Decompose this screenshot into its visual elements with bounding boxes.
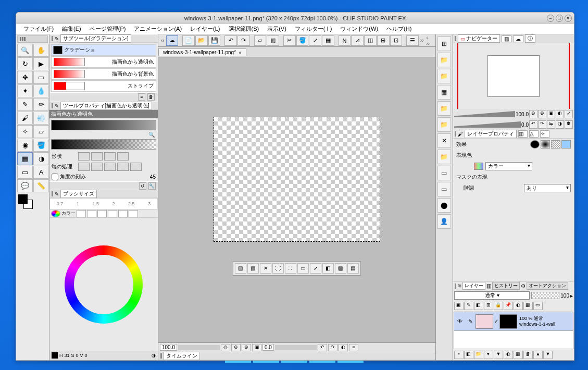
tool-contour[interactable]: ◑ xyxy=(33,152,49,165)
layer-visibility-icon[interactable]: 👁 xyxy=(454,318,466,324)
sb-rotl[interactable]: ↶ xyxy=(318,344,327,351)
lp-tab-c[interactable]: ✧ xyxy=(540,130,549,138)
fb-scale[interactable]: ⤢ xyxy=(310,263,321,274)
nav-flip[interactable]: ⇋ xyxy=(547,120,555,129)
maximize-button[interactable]: □ xyxy=(556,15,563,22)
subtool-trash-icon[interactable]: 🗑 xyxy=(147,93,155,101)
tb-open[interactable]: 📂 xyxy=(195,35,208,46)
lp-tab-b[interactable]: △ xyxy=(529,130,539,138)
toolprop-wrench-icon[interactable]: 🔧 xyxy=(148,182,156,190)
tool-operate[interactable]: ▶ xyxy=(33,57,49,70)
tool-pen[interactable]: ✎ xyxy=(17,98,33,111)
angle-slider[interactable] xyxy=(275,345,317,350)
tool-zoom[interactable]: 🔍 xyxy=(17,44,33,57)
brush-header[interactable]: ✎ ブラシサイズ xyxy=(49,190,158,198)
status-zoom[interactable]: 100.0 xyxy=(160,344,177,351)
menu-edit[interactable]: 編集(E) xyxy=(58,24,85,34)
color-square[interactable] xyxy=(85,266,122,303)
nav-rotr[interactable]: ↷ xyxy=(538,120,546,129)
nav-tab-b[interactable]: ▥ xyxy=(502,35,511,42)
menu-selection[interactable]: 選択範囲(S) xyxy=(224,24,264,34)
fb-tone[interactable]: ▤ xyxy=(347,263,359,274)
autoaction-tab[interactable]: オートアクション xyxy=(527,282,568,290)
edge-1[interactable] xyxy=(91,163,103,171)
toolbox-grip[interactable] xyxy=(17,35,48,43)
fb-crop[interactable]: ▧ xyxy=(247,263,259,274)
nav-a[interactable]: ◐ xyxy=(556,110,564,118)
brush-ruler[interactable]: 0.711.522.53 xyxy=(49,198,158,209)
tb-new[interactable]: 📄 xyxy=(182,35,195,46)
colorwheel-tab[interactable] xyxy=(51,210,60,217)
fb-shrink[interactable]: ⸬ xyxy=(285,263,296,274)
edge-2[interactable] xyxy=(104,163,116,171)
tool-brush[interactable]: 🖌 xyxy=(17,112,33,125)
tool-text[interactable]: A xyxy=(33,166,49,179)
navigator-thumb[interactable] xyxy=(457,43,570,109)
close-button[interactable]: ✕ xyxy=(565,15,572,22)
qa-8[interactable]: ▭ xyxy=(437,166,451,180)
timeline-header[interactable]: タイムライン xyxy=(158,352,435,360)
qa-7[interactable]: 📁 xyxy=(437,150,451,164)
menu-file[interactable]: ファイル(F) xyxy=(19,24,58,34)
qa-10[interactable]: ⬤ xyxy=(437,198,451,213)
tb-fill[interactable]: 🪣 xyxy=(296,35,309,46)
render-combo[interactable]: カラー xyxy=(485,162,532,170)
edge-0[interactable] xyxy=(78,163,90,171)
color-tab-6[interactable] xyxy=(129,210,138,217)
shape-linear[interactable] xyxy=(78,152,90,161)
lf-combine[interactable]: ▼ xyxy=(494,351,503,359)
qa-0[interactable]: ⊞ xyxy=(437,36,451,51)
sb-ex1[interactable]: ◐ xyxy=(339,344,348,351)
subtool-item-1[interactable]: 描画色から背景色 xyxy=(51,68,156,80)
eff-chk[interactable] xyxy=(551,140,560,149)
tool-gradient[interactable]: ▦ xyxy=(17,152,33,165)
tb-cut[interactable]: ✂ xyxy=(283,35,296,46)
lp-tab-a[interactable]: ▥ xyxy=(518,130,528,138)
tb-scroll-right[interactable]: ›› xyxy=(419,38,425,43)
toolprop-header[interactable]: ✎ ツールプロパティ[描画色から透明色] xyxy=(49,102,158,110)
lf-up[interactable]: ▲ xyxy=(533,351,543,359)
tool-pencil[interactable]: ✏ xyxy=(33,98,49,111)
color-swatches[interactable] xyxy=(17,194,48,211)
lf-apply[interactable]: ▦ xyxy=(514,351,523,359)
tb-csp-icon[interactable]: ☁ xyxy=(166,35,179,46)
layer-tab[interactable]: レイヤー xyxy=(462,282,485,290)
tb-save[interactable]: 💾 xyxy=(208,35,221,46)
tb-clear[interactable]: ▱ xyxy=(254,35,267,46)
tool-wand[interactable]: ✦ xyxy=(17,84,33,97)
tb-snap2[interactable]: ◫ xyxy=(364,35,377,46)
zoom-slider[interactable] xyxy=(178,345,220,350)
qa-9[interactable]: ▭ xyxy=(437,182,451,196)
fb-clear[interactable]: ◧ xyxy=(322,263,334,274)
tool-balloon[interactable]: 💬 xyxy=(17,179,33,192)
fb-expand[interactable]: ⛶ xyxy=(272,263,284,274)
nav-rot-slider[interactable] xyxy=(454,121,521,128)
la-8[interactable]: ▭ xyxy=(533,302,543,310)
nav-tab-d[interactable]: ⓘ xyxy=(525,34,535,43)
fb-border[interactable]: ▭ xyxy=(297,263,309,274)
sb-ex2[interactable]: ≡ xyxy=(349,344,358,351)
qa-3[interactable]: ▦ xyxy=(437,85,451,100)
tool-move[interactable]: ✋ xyxy=(33,44,49,57)
tb-scroll-left[interactable]: ‹‹ xyxy=(160,38,166,43)
edge-3[interactable] xyxy=(117,163,129,171)
color-tab-5[interactable] xyxy=(118,210,128,217)
shape-ellipse[interactable] xyxy=(104,152,116,161)
doc-tab-0[interactable]: windows-3-1-wallpaper-11.png*● xyxy=(158,48,246,56)
la-1[interactable]: ✎ xyxy=(464,302,473,310)
nav-zoom-slider[interactable] xyxy=(454,111,515,117)
nav-zoomout[interactable]: ⊖ xyxy=(529,110,537,118)
nav-zoomin[interactable]: ⊕ xyxy=(538,110,546,118)
layer-pen-icon[interactable]: ✎ xyxy=(466,318,475,324)
qa-4[interactable]: 📁 xyxy=(437,101,451,116)
tool-blend[interactable]: ◉ xyxy=(17,139,33,152)
la-0[interactable]: ▣ xyxy=(454,302,464,310)
tb-scroll-right2[interactable]: ‹ ›› xyxy=(426,35,434,46)
nav-tab-c[interactable]: ☁ xyxy=(513,35,523,42)
opacity-slider[interactable] xyxy=(531,292,559,299)
tone-combo[interactable]: あり xyxy=(524,184,571,192)
fg-color[interactable] xyxy=(18,194,28,204)
la-7[interactable]: ▦ xyxy=(523,302,533,310)
tool-movelayer[interactable]: ✥ xyxy=(17,71,33,84)
tool-fill[interactable]: 🪣 xyxy=(33,139,49,152)
